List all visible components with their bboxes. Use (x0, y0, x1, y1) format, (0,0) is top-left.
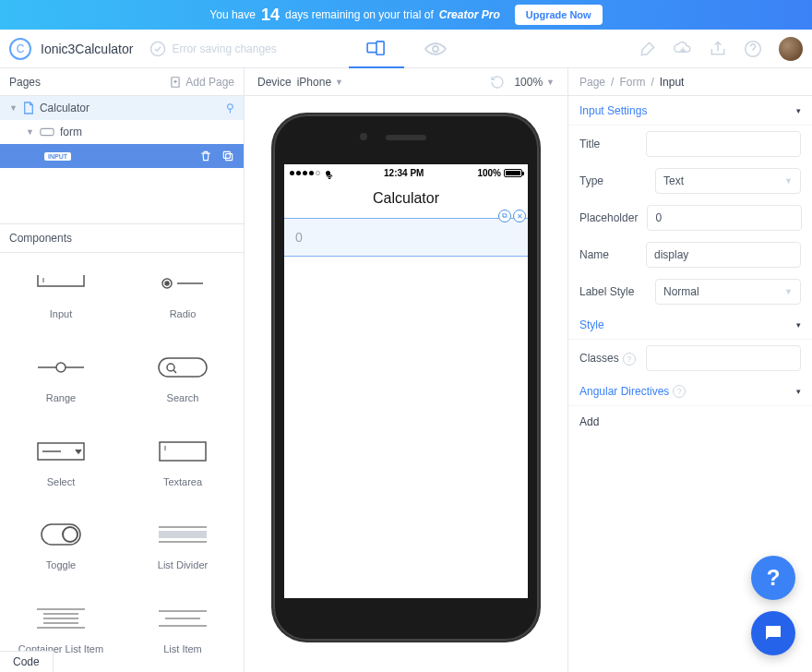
directives-section[interactable]: Angular Directives?▾ (568, 377, 812, 406)
component-textarea[interactable]: Textarea (122, 421, 244, 504)
components-header: Components (0, 223, 244, 253)
chevron-down-icon: ▼ (9, 103, 18, 113)
chevron-down-icon: ▼ (546, 78, 555, 87)
svg-point-11 (56, 363, 66, 372)
placeholder-input[interactable] (647, 205, 802, 231)
component-search[interactable]: Search (122, 337, 244, 420)
input-badge: INPUT (44, 152, 71, 161)
code-tab[interactable]: Code (0, 651, 54, 672)
chevron-down-icon: ▼ (784, 176, 793, 186)
form-icon (40, 127, 54, 137)
signal-icon: ᯤ (290, 171, 330, 175)
breadcrumb-form[interactable]: Form (619, 76, 645, 89)
tree-form[interactable]: ▼ form (0, 120, 244, 144)
style-section[interactable]: Style▾ (568, 310, 812, 340)
components-palette: Input Radio Range Search Select Textarea (0, 253, 244, 672)
share-icon[interactable] (709, 40, 727, 58)
chat-fab[interactable] (751, 611, 795, 655)
component-input[interactable]: Input (0, 253, 122, 336)
svg-rect-8 (223, 151, 230, 158)
screen-title: Calculator (284, 181, 528, 218)
component-range[interactable]: Range (0, 337, 122, 420)
phone-frame: ᯤ 12:34 PM 100% Calculator 0 ⧉ ✕ (273, 114, 539, 641)
calculator-display-input[interactable]: 0 ⧉ ✕ (284, 218, 528, 257)
svg-point-0 (151, 42, 165, 55)
svg-rect-15 (160, 442, 206, 461)
chevron-down-icon: ▾ (796, 106, 801, 115)
device-dropdown[interactable]: iPhone ▼ (297, 76, 343, 89)
chevron-down-icon: ▼ (26, 127, 34, 137)
canvas-panel: Device iPhone ▼ 100% ▼ ᯤ 12:34 (245, 68, 567, 672)
chevron-down-icon: ▼ (335, 78, 343, 87)
trash-icon[interactable] (199, 150, 212, 162)
svg-rect-12 (159, 358, 207, 377)
status-bar: ᯤ 12:34 PM 100% (284, 164, 528, 181)
reload-icon[interactable] (490, 75, 505, 90)
svg-point-17 (63, 527, 78, 542)
brush-icon[interactable] (639, 40, 657, 58)
svg-point-13 (167, 364, 174, 371)
cloud-download-icon[interactable] (674, 40, 692, 58)
input-settings-section[interactable]: Input Settings▾ (568, 96, 812, 126)
upgrade-button[interactable]: Upgrade Now (515, 5, 603, 25)
delete-handle-icon[interactable]: ✕ (513, 210, 526, 222)
help-icon[interactable] (744, 40, 762, 58)
banner-text: days remaining on your trial of (285, 8, 434, 21)
component-list-divider[interactable]: List Divider (122, 504, 244, 587)
classes-input[interactable] (646, 345, 801, 371)
phone-speaker (386, 135, 426, 140)
banner-product: Creator Pro (439, 8, 500, 21)
check-icon (149, 41, 166, 57)
phone-camera (360, 133, 367, 140)
left-panel: Pages Add Page ▼ Calculator ⚲ ▼ form INP… (0, 68, 245, 672)
pages-header: Pages Add Page (0, 68, 244, 96)
preview-mode-icon[interactable] (424, 39, 447, 59)
copy-icon[interactable] (221, 150, 234, 162)
app-title: Ionic3Calculator (41, 42, 133, 56)
design-mode-icon[interactable] (365, 39, 388, 59)
page-icon (23, 102, 34, 114)
component-toggle[interactable]: Toggle (0, 504, 122, 587)
canvas-toolbar: Device iPhone ▼ 100% ▼ (245, 68, 567, 96)
add-page-button[interactable]: Add Page (169, 76, 234, 89)
labelstyle-select[interactable]: Normal▼ (655, 279, 801, 305)
duplicate-handle-icon[interactable]: ⧉ (498, 210, 511, 222)
help-fab[interactable]: ? (751, 556, 795, 600)
help-icon[interactable]: ? (673, 385, 686, 398)
type-select[interactable]: Text▼ (655, 168, 801, 194)
phone-screen[interactable]: ᯤ 12:34 PM 100% Calculator 0 ⧉ ✕ (284, 164, 528, 598)
banner-text: You have (209, 8, 256, 21)
svg-rect-6 (41, 128, 54, 135)
component-select[interactable]: Select (0, 421, 122, 504)
main-toolbar: C Ionic3Calculator Error saving changes (0, 30, 812, 68)
name-input[interactable] (646, 242, 801, 268)
status-time: 12:34 PM (384, 168, 424, 178)
battery-icon: 100% (477, 168, 522, 178)
pin-icon[interactable]: ⚲ (226, 102, 234, 114)
component-list-item[interactable]: List Item (122, 588, 244, 671)
svg-point-10 (165, 282, 169, 285)
trial-banner: You have 14 days remaining on your trial… (0, 0, 812, 30)
svg-rect-2 (376, 41, 384, 54)
add-directive-button[interactable]: Add (568, 406, 812, 438)
chevron-down-icon: ▼ (784, 287, 793, 296)
avatar[interactable] (779, 37, 803, 61)
breadcrumb-page[interactable]: Page (579, 76, 605, 89)
component-radio[interactable]: Radio (122, 253, 244, 336)
title-input[interactable] (646, 131, 801, 157)
breadcrumb-input: Input (660, 76, 685, 89)
help-icon[interactable]: ? (623, 353, 636, 366)
svg-rect-18 (159, 531, 207, 538)
logo-icon[interactable]: C (9, 38, 31, 60)
save-status: Error saving changes (149, 41, 276, 57)
tree-input-selected[interactable]: INPUT (0, 144, 244, 168)
chevron-down-icon: ▾ (796, 320, 801, 330)
svg-rect-7 (226, 154, 233, 161)
zoom-dropdown[interactable]: 100% ▼ (514, 76, 555, 89)
pages-tree: ▼ Calculator ⚲ ▼ form INPUT (0, 96, 244, 168)
banner-days: 14 (261, 6, 280, 25)
svg-point-3 (433, 46, 438, 52)
breadcrumb: Page/ Form/ Input (568, 68, 812, 96)
chevron-down-icon: ▾ (796, 387, 801, 396)
tree-page-calculator[interactable]: ▼ Calculator ⚲ (0, 96, 244, 120)
